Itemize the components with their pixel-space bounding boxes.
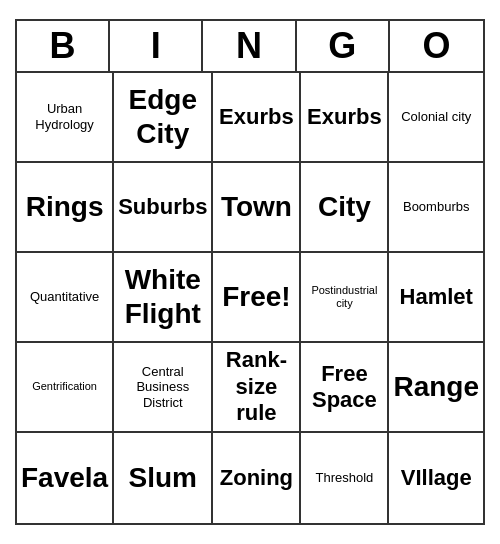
bingo-cell-10: Quantitative	[17, 253, 114, 343]
header-letter-b: B	[17, 21, 110, 71]
bingo-cell-17: Rank-size rule	[213, 343, 301, 433]
bingo-cell-18: Free Space	[301, 343, 389, 433]
bingo-card: BINGO Urban HydrologyEdge CityExurbsExur…	[15, 19, 485, 525]
bingo-cell-8: City	[301, 163, 389, 253]
bingo-cell-15: Gentrification	[17, 343, 114, 433]
bingo-cell-12: Free!	[213, 253, 301, 343]
bingo-cell-16: Central Business District	[114, 343, 213, 433]
bingo-cell-2: Exurbs	[213, 73, 301, 163]
bingo-cell-11: White Flight	[114, 253, 213, 343]
bingo-cell-9: Boomburbs	[389, 163, 483, 253]
header-letter-i: I	[110, 21, 203, 71]
bingo-cell-5: Rings	[17, 163, 114, 253]
bingo-cell-22: Zoning	[213, 433, 301, 523]
bingo-cell-20: Favela	[17, 433, 114, 523]
bingo-header: BINGO	[17, 21, 483, 73]
bingo-cell-0: Urban Hydrology	[17, 73, 114, 163]
bingo-cell-3: Exurbs	[301, 73, 389, 163]
bingo-grid: Urban HydrologyEdge CityExurbsExurbsColo…	[17, 73, 483, 523]
bingo-cell-4: Colonial city	[389, 73, 483, 163]
bingo-cell-13: Postindustrial city	[301, 253, 389, 343]
bingo-cell-6: Suburbs	[114, 163, 213, 253]
bingo-cell-24: VIllage	[389, 433, 483, 523]
header-letter-n: N	[203, 21, 296, 71]
bingo-cell-14: Hamlet	[389, 253, 483, 343]
header-letter-g: G	[297, 21, 390, 71]
bingo-cell-1: Edge City	[114, 73, 213, 163]
bingo-cell-21: Slum	[114, 433, 213, 523]
bingo-cell-7: Town	[213, 163, 301, 253]
bingo-cell-19: Range	[389, 343, 483, 433]
header-letter-o: O	[390, 21, 483, 71]
bingo-cell-23: Threshold	[301, 433, 389, 523]
